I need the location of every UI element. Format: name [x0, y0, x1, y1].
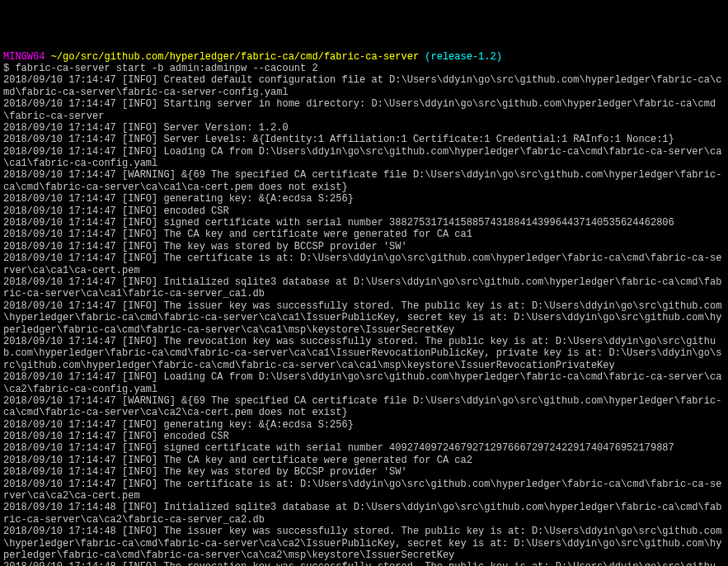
log-line: 2018/09/10 17:14:47 [INFO] The issuer ke…: [3, 300, 725, 336]
log-line: 2018/09/10 17:14:47 [INFO] The key was s…: [3, 466, 725, 478]
prompt-path: ~/go/src/github.com/hyperledger/fabric-c…: [51, 51, 419, 63]
log-line: 2018/09/10 17:14:47 [INFO] Loading CA fr…: [3, 371, 725, 395]
log-line: 2018/09/10 17:14:47 [INFO] The revocatio…: [3, 336, 725, 371]
terminal-output[interactable]: MINGW64 ~/go/src/github.com/hyperledger/…: [3, 51, 725, 566]
prompt-shell: MINGW64: [3, 51, 45, 63]
log-line: 2018/09/10 17:14:47 [INFO] Initialized s…: [3, 276, 725, 300]
log-line: 2018/09/10 17:14:47 [WARNING] &{69 The s…: [3, 395, 725, 419]
log-line: 2018/09/10 17:14:47 [INFO] encoded CSR: [3, 205, 725, 217]
log-line: 2018/09/10 17:14:47 [INFO] encoded CSR: [3, 431, 725, 442]
log-line: 2018/09/10 17:14:47 [INFO] Loading CA fr…: [3, 146, 725, 170]
command-line: $ fabric-ca-server start -b admin:adminp…: [3, 63, 725, 74]
log-line: 2018/09/10 17:14:47 [INFO] Created defau…: [3, 74, 725, 98]
log-line: 2018/09/10 17:14:47 [INFO] The CA key an…: [3, 455, 725, 466]
log-line: 2018/09/10 17:14:47 [INFO] The key was s…: [3, 241, 725, 252]
log-line: 2018/09/10 17:14:47 [INFO] signed certif…: [3, 217, 725, 229]
log-line: 2018/09/10 17:14:48 [INFO] The issuer ke…: [3, 526, 725, 561]
log-line: 2018/09/10 17:14:48 [INFO] Initialized s…: [3, 502, 725, 526]
log-line: 2018/09/10 17:14:47 [INFO] Server Levels…: [3, 134, 725, 145]
log-line: 2018/09/10 17:14:47 [INFO] The CA key an…: [3, 229, 725, 240]
log-line: 2018/09/10 17:14:47 [INFO] Starting serv…: [3, 98, 725, 122]
log-line: 2018/09/10 17:14:47 [INFO] The certifica…: [3, 252, 725, 276]
log-line: 2018/09/10 17:14:47 [INFO] generating ke…: [3, 193, 725, 205]
log-line: 2018/09/10 17:14:48 [INFO] The revocatio…: [3, 561, 725, 566]
log-line: 2018/09/10 17:14:47 [INFO] The certifica…: [3, 479, 725, 502]
prompt-line: MINGW64 ~/go/src/github.com/hyperledger/…: [3, 51, 725, 63]
log-line: 2018/09/10 17:14:47 [INFO] Server Versio…: [3, 122, 725, 134]
prompt-branch: (release-1.2): [425, 51, 502, 63]
log-line: 2018/09/10 17:14:47 [WARNING] &{69 The s…: [3, 169, 725, 193]
log-line: 2018/09/10 17:14:47 [INFO] signed certif…: [3, 442, 725, 454]
log-container: 2018/09/10 17:14:47 [INFO] Created defau…: [3, 74, 725, 566]
log-line: 2018/09/10 17:14:47 [INFO] generating ke…: [3, 419, 725, 431]
